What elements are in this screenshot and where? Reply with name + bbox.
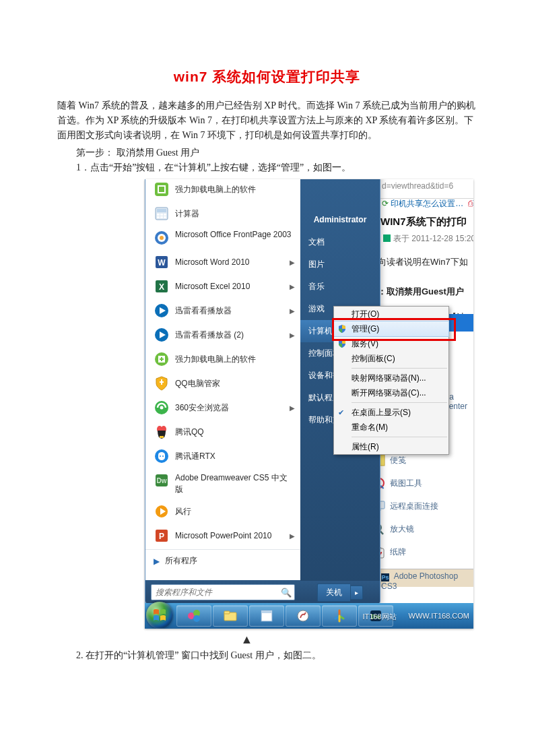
- gadget-item[interactable]: ♥纸牌: [372, 540, 473, 563]
- address-bar[interactable]: d=viewthread&tid=6: [379, 179, 473, 199]
- gadget-item[interactable]: 远程桌面连接: [372, 495, 473, 517]
- svg-rect-19: [160, 216, 163, 218]
- context-menu-item[interactable]: 管理(G): [333, 321, 449, 337]
- submenu-arrow-icon: ▶: [290, 332, 295, 339]
- svg-text:Dw: Dw: [157, 477, 167, 484]
- search-box[interactable]: 🔍: [151, 584, 295, 600]
- start-program-item[interactable]: 计算器: [145, 201, 300, 226]
- context-menu-item[interactable]: ✔在桌面上显示(S): [334, 405, 448, 420]
- screenshot-figure-1: d=viewthread&tid=6 ⟳ 印机共享怎么设置… ⎙驱动 ：WIN7…: [145, 179, 473, 629]
- svg-rect-15: [157, 214, 160, 216]
- program-label: QQ电脑管家: [175, 378, 220, 389]
- start-program-item[interactable]: 强力卸载电脑上的软件: [145, 179, 300, 201]
- check-icon: ✔: [338, 408, 344, 417]
- start-program-item[interactable]: PMicrosoft PowerPoint 2010▶: [145, 524, 300, 548]
- svg-rect-18: [157, 216, 160, 218]
- all-programs[interactable]: ▶所有程序: [145, 549, 300, 572]
- start-program-item[interactable]: 360安全浏览器▶: [145, 396, 300, 420]
- document-page: win7 系统如何设置打印共享 随着 Win7 系统的普及，越来越多的用户已经告…: [0, 0, 534, 756]
- recent-programs: 强力卸载电脑上的软件计算器Microsoft Office FrontPage …: [145, 179, 300, 548]
- svg-text:X: X: [159, 282, 164, 292]
- start-program-item[interactable]: 强力卸载电脑上的软件: [145, 347, 300, 371]
- shutdown-button[interactable]: 关机▸: [317, 584, 363, 602]
- program-label: 迅雷看看播放器 (2): [175, 329, 244, 341]
- user-name: Administrator: [300, 211, 380, 231]
- menu-separator: [352, 402, 447, 403]
- start-program-item[interactable]: XMicrosoft Excel 2010▶: [145, 274, 300, 298]
- context-menu-item[interactable]: 属性(R): [334, 439, 448, 454]
- program-label: 腾讯QQ: [175, 427, 204, 438]
- ps-titlebar: Ps Adobe Photoshop CS3: [377, 569, 473, 587]
- start-button[interactable]: [146, 602, 173, 629]
- svg-point-53: [193, 615, 200, 622]
- step1-instruction: 1．点击“开始”按钮，在“计算机”上按右键，选择“管理”，如图一。: [57, 160, 477, 175]
- start-right-link[interactable]: 音乐: [300, 276, 380, 298]
- intro-paragraph: 随着 Win7 系统的普及，越来越多的用户已经告别 XP 时代。而选择 Win …: [57, 98, 477, 143]
- submenu-arrow-icon: ▶: [290, 307, 295, 315]
- menu-separator: [352, 437, 447, 437]
- svg-text:P: P: [159, 532, 164, 541]
- start-program-item[interactable]: QQ电脑管家: [145, 371, 300, 396]
- taskbar-icon[interactable]: [249, 605, 284, 627]
- svg-rect-17: [164, 214, 166, 216]
- taskbar-icon[interactable]: [322, 605, 357, 627]
- submenu-arrow-icon: ▶: [290, 283, 295, 290]
- svg-rect-14: [157, 209, 166, 212]
- taskbar-explorer-icon[interactable]: [213, 605, 248, 627]
- start-program-item[interactable]: 腾讯通RTX: [145, 444, 300, 468]
- svg-point-35: [160, 406, 164, 410]
- svg-text:W: W: [158, 258, 166, 267]
- program-label: 360安全浏览器: [175, 402, 229, 414]
- taskbar-icon[interactable]: [176, 605, 211, 627]
- search-icon: 🔍: [281, 588, 292, 598]
- start-right-link[interactable]: 文档: [300, 231, 380, 253]
- start-right-link[interactable]: 图片: [300, 253, 380, 276]
- svg-point-58: [298, 610, 308, 621]
- start-program-item[interactable]: 迅雷看看播放器▶: [145, 298, 300, 323]
- start-bottom: 🔍 关机▸: [145, 580, 380, 604]
- context-menu-item[interactable]: 服务(V): [334, 336, 448, 351]
- context-menu-item[interactable]: 打开(O): [334, 307, 448, 321]
- menu-separator: [352, 368, 447, 369]
- tab-link[interactable]: 印机共享怎么设置…: [391, 199, 463, 208]
- program-label: Microsoft Excel 2010: [175, 282, 250, 291]
- svg-rect-16: [160, 214, 163, 216]
- svg-rect-57: [261, 610, 272, 613]
- context-menu-item[interactable]: 映射网络驱动器(N)...: [334, 371, 448, 385]
- start-program-item[interactable]: Microsoft Office FrontPage 2003: [145, 226, 300, 250]
- article-meta: 表于 2011-12-28 15:20:02: [383, 233, 473, 245]
- step1-title: 第一步： 取消禁用 Guest 用户: [57, 146, 477, 160]
- gadget-item[interactable]: 截图工具: [372, 472, 473, 495]
- program-label: 强力卸载电脑上的软件: [175, 184, 256, 195]
- svg-rect-12: [159, 187, 164, 192]
- start-program-item[interactable]: 迅雷看看播放器 (2)▶: [145, 323, 300, 347]
- start-program-item[interactable]: DwAdobe Dreamweaver CS5 中文版: [145, 468, 300, 499]
- svg-point-41: [162, 455, 164, 457]
- submenu-arrow-icon: ▶: [290, 532, 295, 540]
- search-input[interactable]: [154, 587, 281, 598]
- svg-rect-55: [224, 611, 230, 614]
- gadget-item[interactable]: 放大镜: [372, 517, 473, 540]
- taskbar-icon[interactable]: [286, 605, 321, 627]
- program-label: 强力卸载电脑上的软件: [175, 354, 256, 365]
- program-label: Microsoft PowerPoint 2010: [175, 531, 271, 540]
- submenu-arrow-icon: ▶: [290, 259, 295, 266]
- program-label: Adobe Dreamweaver CS5 中文版: [175, 472, 294, 495]
- watermark: IT168网站WWW.IT168.COM: [362, 612, 469, 622]
- start-program-item[interactable]: WMicrosoft Word 2010▶: [145, 250, 300, 274]
- shield-icon: [337, 339, 347, 348]
- program-label: Microsoft Word 2010: [175, 257, 250, 267]
- drv-label: 驱动: [473, 199, 473, 208]
- start-program-item[interactable]: 腾讯QQ: [145, 420, 300, 444]
- program-label: Microsoft Office FrontPage 2003: [175, 230, 292, 239]
- figure-arrow: ▲: [17, 633, 477, 647]
- program-label: 计算器: [175, 208, 199, 220]
- context-menu-item[interactable]: 断开网络驱动器(C)...: [334, 385, 448, 400]
- program-label: 腾讯通RTX: [175, 451, 215, 462]
- start-program-item[interactable]: 风行: [145, 499, 300, 524]
- drv-icon: ⎙: [468, 199, 473, 208]
- context-menu-item[interactable]: 控制面板(C): [334, 351, 448, 366]
- program-label: 风行: [175, 506, 191, 517]
- submenu-arrow-icon: ▶: [290, 404, 295, 412]
- context-menu-item[interactable]: 重命名(M): [334, 420, 448, 435]
